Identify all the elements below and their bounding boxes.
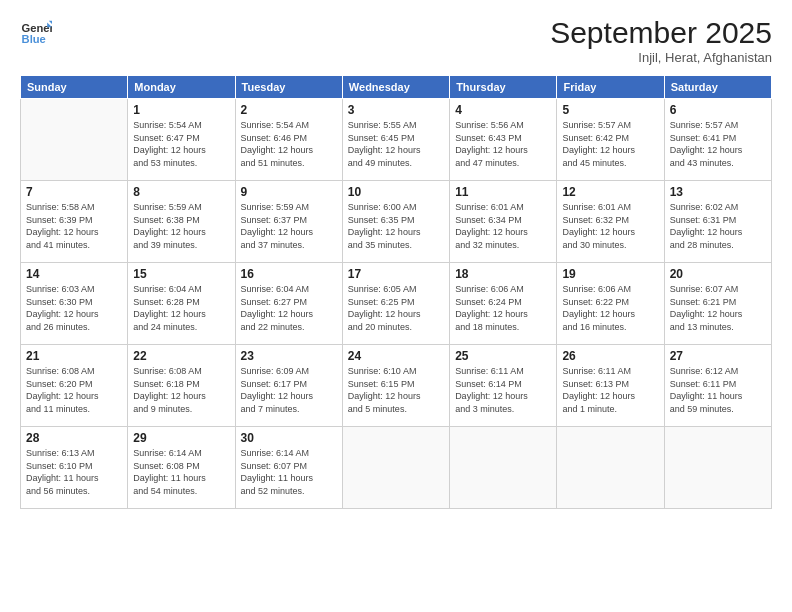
- day-info-2-6: Sunrise: 6:07 AM Sunset: 6:21 PM Dayligh…: [670, 283, 766, 333]
- day-number-3-4: 25: [455, 349, 551, 363]
- header: General Blue September 2025 Injil, Herat…: [20, 16, 772, 65]
- cell-0-5: 5Sunrise: 5:57 AM Sunset: 6:42 PM Daylig…: [557, 99, 664, 181]
- day-info-3-3: Sunrise: 6:10 AM Sunset: 6:15 PM Dayligh…: [348, 365, 444, 415]
- cell-0-4: 4Sunrise: 5:56 AM Sunset: 6:43 PM Daylig…: [450, 99, 557, 181]
- cell-1-5: 12Sunrise: 6:01 AM Sunset: 6:32 PM Dayli…: [557, 181, 664, 263]
- day-number-0-3: 3: [348, 103, 444, 117]
- week-row-0: 1Sunrise: 5:54 AM Sunset: 6:47 PM Daylig…: [21, 99, 772, 181]
- page: General Blue September 2025 Injil, Herat…: [0, 0, 792, 612]
- cell-3-3: 24Sunrise: 6:10 AM Sunset: 6:15 PM Dayli…: [342, 345, 449, 427]
- header-tuesday: Tuesday: [235, 76, 342, 99]
- day-info-0-5: Sunrise: 5:57 AM Sunset: 6:42 PM Dayligh…: [562, 119, 658, 169]
- cell-2-4: 18Sunrise: 6:06 AM Sunset: 6:24 PM Dayli…: [450, 263, 557, 345]
- day-info-4-0: Sunrise: 6:13 AM Sunset: 6:10 PM Dayligh…: [26, 447, 122, 497]
- day-info-1-5: Sunrise: 6:01 AM Sunset: 6:32 PM Dayligh…: [562, 201, 658, 251]
- day-info-1-3: Sunrise: 6:00 AM Sunset: 6:35 PM Dayligh…: [348, 201, 444, 251]
- header-sunday: Sunday: [21, 76, 128, 99]
- day-number-4-2: 30: [241, 431, 337, 445]
- day-info-1-2: Sunrise: 5:59 AM Sunset: 6:37 PM Dayligh…: [241, 201, 337, 251]
- day-info-0-2: Sunrise: 5:54 AM Sunset: 6:46 PM Dayligh…: [241, 119, 337, 169]
- day-info-3-2: Sunrise: 6:09 AM Sunset: 6:17 PM Dayligh…: [241, 365, 337, 415]
- cell-4-2: 30Sunrise: 6:14 AM Sunset: 6:07 PM Dayli…: [235, 427, 342, 509]
- day-number-3-0: 21: [26, 349, 122, 363]
- day-number-2-6: 20: [670, 267, 766, 281]
- day-info-3-6: Sunrise: 6:12 AM Sunset: 6:11 PM Dayligh…: [670, 365, 766, 415]
- day-info-0-6: Sunrise: 5:57 AM Sunset: 6:41 PM Dayligh…: [670, 119, 766, 169]
- cell-4-5: [557, 427, 664, 509]
- cell-1-1: 8Sunrise: 5:59 AM Sunset: 6:38 PM Daylig…: [128, 181, 235, 263]
- cell-4-1: 29Sunrise: 6:14 AM Sunset: 6:08 PM Dayli…: [128, 427, 235, 509]
- day-info-1-1: Sunrise: 5:59 AM Sunset: 6:38 PM Dayligh…: [133, 201, 229, 251]
- cell-2-3: 17Sunrise: 6:05 AM Sunset: 6:25 PM Dayli…: [342, 263, 449, 345]
- cell-0-3: 3Sunrise: 5:55 AM Sunset: 6:45 PM Daylig…: [342, 99, 449, 181]
- day-number-3-1: 22: [133, 349, 229, 363]
- cell-4-0: 28Sunrise: 6:13 AM Sunset: 6:10 PM Dayli…: [21, 427, 128, 509]
- header-thursday: Thursday: [450, 76, 557, 99]
- day-number-3-2: 23: [241, 349, 337, 363]
- calendar-subtitle: Injil, Herat, Afghanistan: [550, 50, 772, 65]
- cell-1-6: 13Sunrise: 6:02 AM Sunset: 6:31 PM Dayli…: [664, 181, 771, 263]
- day-number-1-4: 11: [455, 185, 551, 199]
- day-number-2-0: 14: [26, 267, 122, 281]
- day-number-2-1: 15: [133, 267, 229, 281]
- day-number-2-4: 18: [455, 267, 551, 281]
- header-saturday: Saturday: [664, 76, 771, 99]
- cell-1-2: 9Sunrise: 5:59 AM Sunset: 6:37 PM Daylig…: [235, 181, 342, 263]
- day-info-4-1: Sunrise: 6:14 AM Sunset: 6:08 PM Dayligh…: [133, 447, 229, 497]
- day-number-0-4: 4: [455, 103, 551, 117]
- day-info-3-4: Sunrise: 6:11 AM Sunset: 6:14 PM Dayligh…: [455, 365, 551, 415]
- cell-2-0: 14Sunrise: 6:03 AM Sunset: 6:30 PM Dayli…: [21, 263, 128, 345]
- day-info-2-0: Sunrise: 6:03 AM Sunset: 6:30 PM Dayligh…: [26, 283, 122, 333]
- day-number-1-3: 10: [348, 185, 444, 199]
- cell-1-4: 11Sunrise: 6:01 AM Sunset: 6:34 PM Dayli…: [450, 181, 557, 263]
- cell-2-1: 15Sunrise: 6:04 AM Sunset: 6:28 PM Dayli…: [128, 263, 235, 345]
- week-row-3: 21Sunrise: 6:08 AM Sunset: 6:20 PM Dayli…: [21, 345, 772, 427]
- day-info-0-4: Sunrise: 5:56 AM Sunset: 6:43 PM Dayligh…: [455, 119, 551, 169]
- day-number-0-2: 2: [241, 103, 337, 117]
- day-info-1-4: Sunrise: 6:01 AM Sunset: 6:34 PM Dayligh…: [455, 201, 551, 251]
- day-number-2-3: 17: [348, 267, 444, 281]
- day-info-3-5: Sunrise: 6:11 AM Sunset: 6:13 PM Dayligh…: [562, 365, 658, 415]
- cell-3-5: 26Sunrise: 6:11 AM Sunset: 6:13 PM Dayli…: [557, 345, 664, 427]
- header-wednesday: Wednesday: [342, 76, 449, 99]
- week-row-4: 28Sunrise: 6:13 AM Sunset: 6:10 PM Dayli…: [21, 427, 772, 509]
- day-info-3-0: Sunrise: 6:08 AM Sunset: 6:20 PM Dayligh…: [26, 365, 122, 415]
- day-info-2-2: Sunrise: 6:04 AM Sunset: 6:27 PM Dayligh…: [241, 283, 337, 333]
- day-number-0-6: 6: [670, 103, 766, 117]
- day-number-3-5: 26: [562, 349, 658, 363]
- day-info-0-3: Sunrise: 5:55 AM Sunset: 6:45 PM Dayligh…: [348, 119, 444, 169]
- calendar-table: Sunday Monday Tuesday Wednesday Thursday…: [20, 75, 772, 509]
- calendar-title: September 2025: [550, 16, 772, 50]
- day-number-1-1: 8: [133, 185, 229, 199]
- day-number-4-1: 29: [133, 431, 229, 445]
- title-block: September 2025 Injil, Herat, Afghanistan: [550, 16, 772, 65]
- day-number-0-5: 5: [562, 103, 658, 117]
- header-monday: Monday: [128, 76, 235, 99]
- cell-2-2: 16Sunrise: 6:04 AM Sunset: 6:27 PM Dayli…: [235, 263, 342, 345]
- logo-icon: General Blue: [20, 16, 52, 48]
- day-info-2-4: Sunrise: 6:06 AM Sunset: 6:24 PM Dayligh…: [455, 283, 551, 333]
- cell-3-1: 22Sunrise: 6:08 AM Sunset: 6:18 PM Dayli…: [128, 345, 235, 427]
- day-info-1-0: Sunrise: 5:58 AM Sunset: 6:39 PM Dayligh…: [26, 201, 122, 251]
- cell-4-6: [664, 427, 771, 509]
- day-number-4-0: 28: [26, 431, 122, 445]
- weekday-header-row: Sunday Monday Tuesday Wednesday Thursday…: [21, 76, 772, 99]
- week-row-1: 7Sunrise: 5:58 AM Sunset: 6:39 PM Daylig…: [21, 181, 772, 263]
- cell-4-4: [450, 427, 557, 509]
- header-friday: Friday: [557, 76, 664, 99]
- day-number-0-1: 1: [133, 103, 229, 117]
- day-info-1-6: Sunrise: 6:02 AM Sunset: 6:31 PM Dayligh…: [670, 201, 766, 251]
- cell-0-1: 1Sunrise: 5:54 AM Sunset: 6:47 PM Daylig…: [128, 99, 235, 181]
- cell-2-5: 19Sunrise: 6:06 AM Sunset: 6:22 PM Dayli…: [557, 263, 664, 345]
- cell-3-6: 27Sunrise: 6:12 AM Sunset: 6:11 PM Dayli…: [664, 345, 771, 427]
- day-number-3-3: 24: [348, 349, 444, 363]
- cell-3-0: 21Sunrise: 6:08 AM Sunset: 6:20 PM Dayli…: [21, 345, 128, 427]
- day-info-2-3: Sunrise: 6:05 AM Sunset: 6:25 PM Dayligh…: [348, 283, 444, 333]
- day-number-1-0: 7: [26, 185, 122, 199]
- day-info-0-1: Sunrise: 5:54 AM Sunset: 6:47 PM Dayligh…: [133, 119, 229, 169]
- logo: General Blue: [20, 16, 52, 48]
- cell-3-2: 23Sunrise: 6:09 AM Sunset: 6:17 PM Dayli…: [235, 345, 342, 427]
- day-info-4-2: Sunrise: 6:14 AM Sunset: 6:07 PM Dayligh…: [241, 447, 337, 497]
- cell-0-0: [21, 99, 128, 181]
- day-number-3-6: 27: [670, 349, 766, 363]
